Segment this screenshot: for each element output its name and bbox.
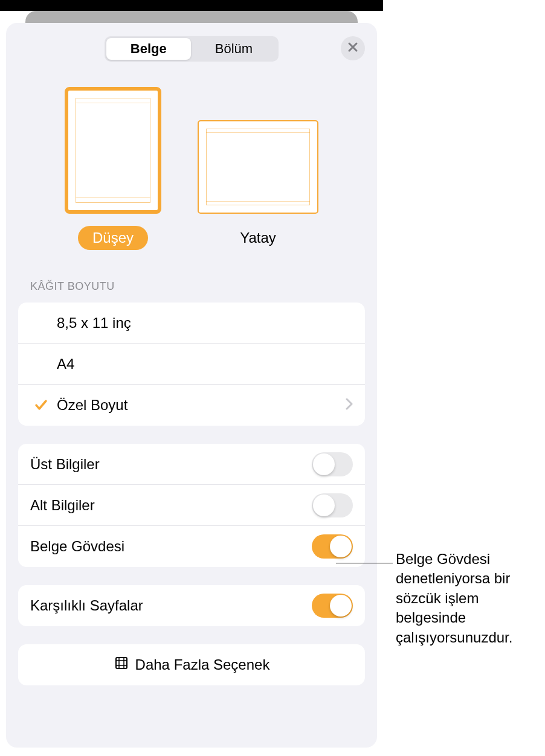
callout-leader-line (336, 563, 393, 563)
close-button[interactable] (341, 36, 365, 60)
headers-row: Üst Bilgiler (18, 444, 365, 485)
portrait-thumbnail-icon (65, 87, 161, 214)
orientation-selector: Düşey Yatay (6, 69, 377, 256)
footers-label: Alt Bilgiler (30, 497, 312, 514)
more-options-label: Daha Fazla Seçenek (135, 656, 270, 673)
paper-size-option-a4[interactable]: A4 (18, 344, 365, 385)
facing-pages-group: Karşılıklı Sayfalar (18, 585, 365, 626)
paper-size-option-custom[interactable]: Özel Boyut (18, 385, 365, 426)
headers-label: Üst Bilgiler (30, 456, 312, 473)
facing-pages-label: Karşılıklı Sayfalar (30, 597, 312, 614)
document-body-toggle[interactable] (312, 534, 353, 559)
tab-section[interactable]: Bölüm (191, 38, 277, 60)
close-icon (347, 42, 358, 55)
footers-row: Alt Bilgiler (18, 485, 365, 526)
paper-size-label: Özel Boyut (52, 397, 346, 414)
paper-size-section-title: KÂĞIT BOYUTU (6, 256, 377, 299)
paper-size-label: 8,5 x 11 inç (52, 315, 353, 332)
more-options-button[interactable]: Daha Fazla Seçenek (18, 644, 365, 685)
paper-size-label: A4 (52, 356, 353, 373)
orientation-portrait-option[interactable]: Düşey (65, 87, 161, 250)
checkmark-icon (30, 398, 52, 412)
svg-rect-0 (116, 658, 127, 668)
callout-text: Belge Gövdesi denetleniyorsa bir sözcük … (396, 549, 541, 647)
orientation-portrait-label: Düşey (78, 226, 148, 250)
document-body-row: Belge Gövdesi (18, 526, 365, 567)
device-status-area (0, 0, 383, 11)
document-settings-sheet: Belge Bölüm Düşey Yatay KÂĞIT BOYUTU (6, 23, 377, 748)
headers-toggle[interactable] (312, 452, 353, 476)
paper-size-option-letter[interactable]: 8,5 x 11 inç (18, 303, 365, 344)
facing-pages-row: Karşılıklı Sayfalar (18, 585, 365, 626)
facing-pages-toggle[interactable] (312, 594, 353, 618)
tab-document[interactable]: Belge (106, 38, 191, 60)
grid-icon (114, 655, 129, 674)
document-section-segmented-control[interactable]: Belge Bölüm (105, 36, 279, 62)
orientation-landscape-label: Yatay (225, 226, 291, 250)
paper-size-list: 8,5 x 11 inç A4 Özel Boyut (18, 303, 365, 426)
landscape-thumbnail-icon (198, 120, 318, 214)
sheet-header: Belge Bölüm (6, 23, 377, 69)
document-body-label: Belge Gövdesi (30, 538, 312, 555)
footers-toggle[interactable] (312, 493, 353, 517)
chevron-right-icon (346, 397, 353, 414)
orientation-landscape-option[interactable]: Yatay (198, 120, 318, 250)
document-toggles-group: Üst Bilgiler Alt Bilgiler Belge Gövdesi (18, 444, 365, 567)
